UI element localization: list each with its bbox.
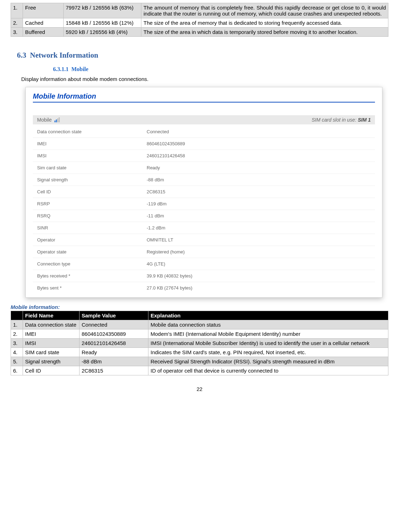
- row-field-name: Data connection state: [23, 320, 80, 329]
- info-value: 4G (LTE): [147, 261, 371, 267]
- info-value: Registered (home): [147, 249, 371, 255]
- info-label: Sim card state: [37, 165, 147, 170]
- row-explanation: ID of operator cell that device is curre…: [148, 366, 388, 375]
- row-field-name: IMSI: [23, 339, 80, 348]
- table-caption: Mobile information:: [11, 304, 388, 310]
- info-row: Operator stateRegistered (home): [33, 246, 375, 258]
- header-blank: [11, 311, 23, 320]
- table-row: 6.Cell ID2C86315ID of operator cell that…: [11, 366, 388, 375]
- row-number: 3.: [11, 339, 23, 348]
- info-value: 246012101426458: [147, 153, 371, 158]
- info-row: SINR-1.2 dBm: [33, 222, 375, 234]
- info-label: Operator: [37, 237, 147, 242]
- table-row: 1.Free79972 kB / 126556 kB (63%)The amou…: [11, 3, 388, 18]
- row-explanation: Mobile data connection status: [148, 320, 388, 329]
- info-row: Bytes sent *27.0 KB (27674 bytes): [33, 282, 375, 294]
- row-sample-value: Ready: [80, 348, 148, 357]
- page-number: 22: [11, 386, 388, 392]
- info-label: Bytes received *: [37, 273, 147, 279]
- row-field-name: Cell ID: [23, 366, 80, 375]
- row-description: The size of the area in which data is te…: [141, 28, 388, 37]
- memory-table: 1.Free79972 kB / 126556 kB (63%)The amou…: [11, 3, 388, 37]
- info-value: 27.0 KB (27674 bytes): [147, 285, 371, 291]
- row-explanation: IMSI (International Mobile Subscriber Id…: [148, 339, 388, 348]
- info-label: Data connection state: [37, 129, 147, 134]
- info-value: -11 dBm: [147, 213, 371, 218]
- subsection-heading: 6.3.1.1 Mobile: [53, 66, 388, 72]
- header-sample-value: Sample Value: [80, 311, 148, 320]
- row-number: 2.: [11, 329, 23, 339]
- info-label: Connection type: [37, 261, 147, 267]
- row-sample-value: Connected: [80, 320, 148, 329]
- info-value: -88 dBm: [147, 177, 371, 182]
- panel-section-bar: Mobile SIM card slot in use: SIM 1: [33, 115, 375, 124]
- info-row: Data connection stateConnected: [33, 126, 375, 138]
- row-sample-value: 246012101426458: [80, 339, 148, 348]
- info-row: RSRP-119 dBm: [33, 198, 375, 210]
- table-row: 5.Signal strength-88 dBmReceived Signal …: [11, 357, 388, 366]
- row-sample-value: 860461024350889: [80, 329, 148, 339]
- row-value: 15848 kB / 126556 kB (12%): [64, 18, 141, 28]
- info-label: Signal strength: [37, 177, 147, 182]
- info-label: Bytes sent *: [37, 285, 147, 291]
- info-value: 860461024350889: [147, 141, 371, 146]
- row-value: 79972 kB / 126556 kB (63%): [64, 3, 141, 18]
- header-explanation: Explanation: [148, 311, 388, 320]
- info-label: IMEI: [37, 141, 147, 146]
- table-row: 3.Buffered5920 kB / 126556 kB (4%)The si…: [11, 28, 388, 37]
- row-field-name: IMEI: [23, 329, 80, 339]
- info-row: Connection type4G (LTE): [33, 258, 375, 270]
- row-number: 4.: [11, 348, 23, 357]
- row-number: 6.: [11, 366, 23, 375]
- header-field-name: Field Name: [23, 311, 80, 320]
- info-label: RSRQ: [37, 213, 147, 218]
- section-number: 6.3: [17, 51, 26, 59]
- info-label: Operator state: [37, 249, 147, 255]
- row-name: Cached: [23, 18, 64, 28]
- row-number: 3.: [11, 28, 23, 37]
- row-explanation: Indicates the SIM card's state, e.g. PIN…: [148, 348, 388, 357]
- table-row: 1.Data connection stateConnectedMobile d…: [11, 320, 388, 329]
- info-value: -119 dBm: [147, 201, 371, 206]
- signal-icon: [54, 117, 60, 122]
- info-row: IMSI246012101426458: [33, 150, 375, 162]
- info-row: Signal strength-88 dBm: [33, 174, 375, 186]
- info-label: Cell ID: [37, 189, 147, 194]
- panel-title: Mobile Information: [33, 92, 375, 103]
- info-label: IMSI: [37, 153, 147, 158]
- table-row: 2.IMEI860461024350889Modem's IMEI (Inter…: [11, 329, 388, 339]
- info-value: OMNITEL LT: [147, 237, 371, 242]
- sim-slot-indicator: SIM card slot in use: SIM 1: [312, 117, 371, 123]
- info-value: Ready: [147, 165, 371, 170]
- info-row: Cell ID2C86315: [33, 186, 375, 198]
- row-number: 1.: [11, 320, 23, 329]
- subsection-title: Mobile: [71, 66, 88, 72]
- section-heading: 6.3 Network Information: [17, 51, 388, 60]
- panel-section-label: Mobile: [37, 117, 52, 123]
- row-description: The size of the area of memory that is d…: [141, 18, 388, 28]
- info-row: RSRQ-11 dBm: [33, 210, 375, 222]
- info-label: RSRP: [37, 201, 147, 206]
- intro-text: Display information about mobile modem c…: [21, 76, 388, 82]
- section-title: Network Information: [30, 51, 98, 59]
- field-description-table: Field Name Sample Value Explanation 1.Da…: [11, 311, 388, 375]
- row-field-name: Signal strength: [23, 357, 80, 366]
- info-value: 2C86315: [147, 189, 371, 194]
- subsection-number: 6.3.1.1: [53, 66, 69, 72]
- row-number: 2.: [11, 18, 23, 28]
- info-value: Connected: [147, 129, 371, 134]
- info-label: SINR: [37, 225, 147, 230]
- info-value: 39.9 KB (40832 bytes): [147, 273, 371, 279]
- row-sample-value: -88 dBm: [80, 357, 148, 366]
- row-description: The amount of memory that is completely …: [141, 3, 388, 18]
- row-value: 5920 kB / 126556 kB (4%): [64, 28, 141, 37]
- row-explanation: Modem's IMEI (International Mobile Equip…: [148, 329, 388, 339]
- row-sample-value: 2C86315: [80, 366, 148, 375]
- row-field-name: SIM card state: [23, 348, 80, 357]
- row-number: 1.: [11, 3, 23, 18]
- table-row: 4.SIM card stateReadyIndicates the SIM c…: [11, 348, 388, 357]
- row-explanation: Received Signal Strength Indicator (RSSI…: [148, 357, 388, 366]
- row-name: Buffered: [23, 28, 64, 37]
- table-row: 3.IMSI246012101426458IMSI (International…: [11, 339, 388, 348]
- row-number: 5.: [11, 357, 23, 366]
